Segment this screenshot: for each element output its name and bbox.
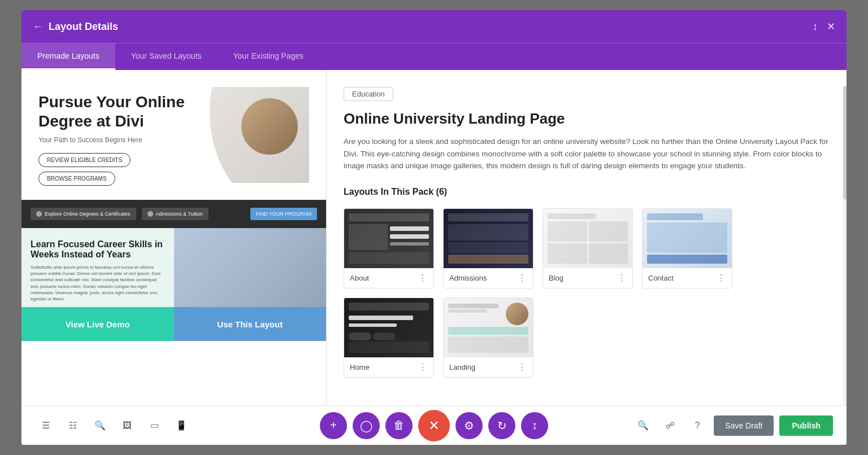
- layout-thumb-admissions: [444, 209, 533, 268]
- mobile-icon: 📱: [176, 420, 187, 431]
- layout-thumb-home: [344, 298, 433, 357]
- search-icon: 🔍: [94, 420, 106, 431]
- layout-card-blog[interactable]: Blog ⋮: [542, 208, 633, 288]
- layout-name-admissions: Admissions: [449, 274, 487, 282]
- preview-section2: Learn Focused Career Skills in Weeks Ins…: [21, 228, 326, 307]
- more-options-admissions[interactable]: ⋮: [518, 273, 527, 283]
- more-options-home[interactable]: ⋮: [418, 362, 428, 373]
- trash-icon: 🗑: [393, 419, 405, 432]
- layout-card-about[interactable]: About ⋮: [344, 208, 434, 288]
- tw1: [390, 226, 429, 231]
- save-draft-button[interactable]: Save Draft: [714, 415, 774, 436]
- nav-dot-2: [147, 211, 153, 217]
- use-layout-button[interactable]: Use This Layout: [174, 307, 327, 341]
- preview-btn-browse[interactable]: BROWSE PROGRAMS: [38, 172, 115, 186]
- tab-premade[interactable]: Premade Layouts: [21, 43, 115, 70]
- back-icon[interactable]: ←: [33, 21, 43, 33]
- scroll-indicator: [843, 86, 847, 405]
- preview-glasses-overlay: [174, 228, 327, 307]
- content-panel: Education Online University Landing Page…: [327, 70, 847, 405]
- add-fab[interactable]: +: [320, 412, 347, 439]
- preview-image-area: Pursue Your Online Degree at Divi Your P…: [21, 70, 326, 307]
- toolbar-left: ☰ ☷ 🔍 🖼 ▭ 📱: [35, 415, 192, 436]
- thumb-content-landing: [444, 298, 533, 357]
- thumb-content-contact: [643, 209, 732, 268]
- search-right-btn[interactable]: 🔍: [632, 415, 654, 436]
- tw2: [390, 234, 429, 239]
- desktop-icon: 🖼: [123, 421, 132, 431]
- layout-card-footer-admissions: Admissions ⋮: [444, 268, 533, 288]
- layout-name-contact: Contact: [648, 274, 674, 282]
- power-fab[interactable]: ◯: [353, 412, 380, 439]
- search-icon-btn[interactable]: 🔍: [89, 415, 111, 436]
- layout-card-contact[interactable]: Contact ⋮: [642, 208, 732, 288]
- preview-actions: View Live Demo Use This Layout: [21, 307, 326, 341]
- thumb-content-blog: [543, 209, 632, 268]
- layout-name-home: Home: [350, 363, 370, 371]
- sort-icon[interactable]: ↕: [813, 21, 818, 33]
- view-demo-button[interactable]: View Live Demo: [21, 307, 174, 341]
- toolbar-right: 🔍 ☍ ? Save Draft Publish: [632, 415, 833, 436]
- split-fab[interactable]: ↕: [521, 412, 548, 439]
- publish-button[interactable]: Publish: [779, 415, 833, 436]
- power-icon: ◯: [360, 419, 372, 432]
- layout-icon-btn[interactable]: ☷: [62, 415, 84, 436]
- split-icon: ↕: [532, 419, 537, 432]
- preview-section2-text: Sollicitudin ante ipsum primis in faucib…: [31, 264, 165, 302]
- layout-card-footer-landing: Landing ⋮: [444, 357, 533, 377]
- layout-card-footer-blog: Blog ⋮: [543, 268, 632, 288]
- preview-hero-subtitle: Your Path to Success Begins Here: [38, 136, 196, 144]
- more-options-landing[interactable]: ⋮: [518, 362, 527, 373]
- bottom-toolbar: ☰ ☷ 🔍 🖼 ▭ 📱 +: [21, 405, 847, 445]
- menu-icon-btn[interactable]: ☰: [35, 415, 57, 436]
- preview-section2-title: Learn Focused Career Skills in Weeks Ins…: [31, 239, 165, 260]
- preview-circle-image: [241, 98, 298, 155]
- settings-icon: ⚙: [464, 419, 474, 432]
- thw1: [349, 316, 413, 320]
- modal-body: Pursue Your Online Degree at Divi Your P…: [21, 70, 847, 405]
- preview-nav-bar: Explore Online Degrees & Certificates Ad…: [21, 200, 326, 228]
- settings-fab[interactable]: ⚙: [455, 412, 483, 439]
- tabs-bar: Premade Layouts Your Saved Layouts Your …: [21, 43, 847, 70]
- layout-card-landing[interactable]: Landing ⋮: [443, 298, 533, 378]
- preview-nav-item-1: Explore Online Degrees & Certificates: [31, 208, 136, 220]
- tablet-icon: ▭: [150, 420, 159, 431]
- preview-hero-text: Pursue Your Online Degree at Divi Your P…: [38, 87, 196, 183]
- help-btn[interactable]: ?: [687, 415, 708, 436]
- more-options-about[interactable]: ⋮: [418, 273, 428, 283]
- mobile-icon-btn[interactable]: 📱: [171, 415, 192, 436]
- preview-section2-right: [174, 228, 327, 307]
- layout-card-home[interactable]: Home ⋮: [344, 298, 434, 378]
- layout-card-footer-about: About ⋮: [344, 268, 433, 288]
- layout-thumb-blog: [543, 209, 632, 268]
- layout-thumb-contact: [643, 209, 732, 268]
- layout-thumb-landing: [444, 298, 533, 357]
- toolbar-center: + ◯ 🗑 ✕ ⚙ ↻ ↕: [320, 410, 548, 441]
- preview-hero: Pursue Your Online Degree at Divi Your P…: [21, 70, 326, 200]
- more-options-contact[interactable]: ⋮: [717, 273, 726, 283]
- thumb-header-home: [349, 303, 429, 310]
- layouts-grid: About ⋮: [344, 208, 830, 378]
- thumb-content-home: [344, 298, 433, 357]
- tab-saved[interactable]: Your Saved Layouts: [115, 43, 218, 70]
- thumb-content-about: [344, 209, 433, 268]
- preview-hero-title: Pursue Your Online Degree at Divi: [38, 93, 196, 130]
- close-fab[interactable]: ✕: [418, 410, 450, 441]
- preview-nav-cta[interactable]: FIND YOUR PROGRAM: [250, 208, 317, 220]
- trash-fab[interactable]: 🗑: [385, 412, 413, 439]
- scroll-thumb: [843, 86, 847, 199]
- add-icon: +: [330, 419, 337, 432]
- more-options-blog[interactable]: ⋮: [617, 273, 627, 283]
- tab-existing[interactable]: Your Existing Pages: [218, 43, 320, 70]
- close-icon[interactable]: ✕: [827, 20, 835, 33]
- layers-btn[interactable]: ☍: [659, 415, 681, 436]
- history-fab[interactable]: ↻: [488, 412, 515, 439]
- layout-name-about: About: [350, 274, 369, 282]
- thumb-header: [349, 213, 429, 221]
- tablet-icon-btn[interactable]: ▭: [144, 415, 165, 436]
- thumb-content-admissions: [444, 209, 533, 268]
- layout-card-admissions[interactable]: Admissions ⋮: [443, 208, 533, 288]
- preview-btn-review[interactable]: REVIEW ELIGIBLE CREDITS: [38, 153, 131, 167]
- desktop-icon-btn[interactable]: 🖼: [116, 415, 138, 436]
- layout-icon: ☷: [69, 420, 77, 431]
